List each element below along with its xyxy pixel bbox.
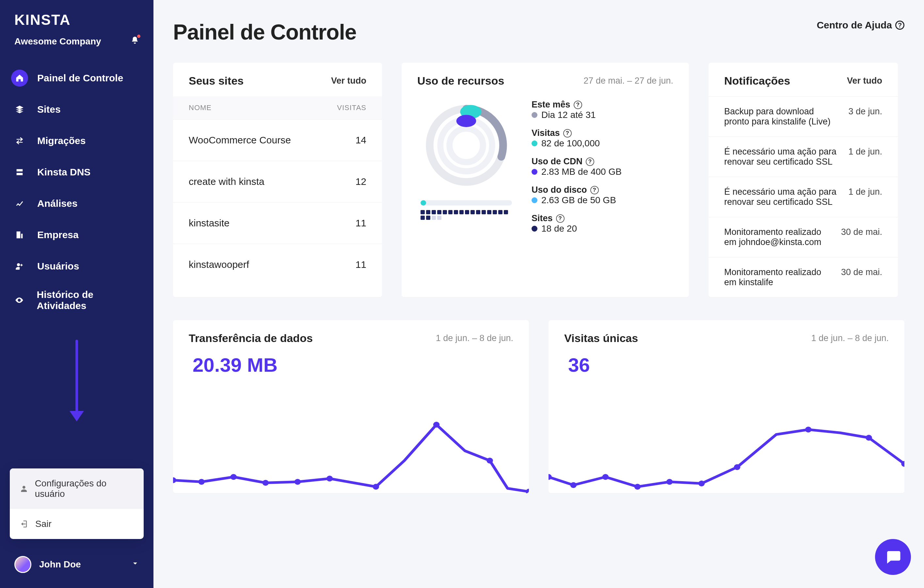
notification-date: 30 de mai. — [841, 227, 882, 247]
user-name: John Doe — [39, 559, 81, 570]
site-name: kinstawooperf — [173, 244, 317, 286]
help-link-label: Centro de Ajuda — [817, 20, 892, 31]
notification-date: 3 de jun. — [848, 106, 882, 127]
disk-bar — [421, 200, 512, 205]
notification-bell-icon[interactable] — [130, 36, 139, 47]
sidebar-item-dashboard[interactable]: Painel de Controle — [0, 63, 153, 94]
user-menu-logout[interactable]: Sair — [10, 509, 144, 539]
usage-card: Uso de recursos 27 de mai. – 27 de jun. — [402, 63, 689, 297]
sidebar-item-company[interactable]: Empresa — [0, 219, 153, 251]
site-dots — [421, 210, 512, 220]
sites-card-title: Seus sites — [189, 74, 244, 87]
user-menu-settings-label: Configurações do usuário — [35, 478, 134, 499]
notification-row[interactable]: Monitoramento realizado em kinstalife30 … — [708, 257, 898, 297]
notification-row[interactable]: É necessário uma ação para renovar seu c… — [708, 137, 898, 177]
notifications-card-title: Notificações — [724, 74, 790, 87]
svg-point-17 — [602, 474, 609, 480]
sites-value: 18 de 20 — [541, 223, 577, 234]
site-name: create with kinsta — [173, 161, 317, 203]
svg-point-21 — [734, 464, 741, 470]
table-row[interactable]: create with kinsta12 — [173, 161, 382, 203]
help-icon: ? — [895, 21, 904, 30]
sidebar-item-label: Histórico de Atividades — [37, 289, 142, 311]
home-icon — [11, 69, 28, 87]
cdn-value: 2.83 MB de 400 GB — [541, 167, 622, 177]
svg-point-18 — [634, 484, 641, 490]
visits-value: 82 de 100,000 — [541, 138, 600, 148]
help-icon[interactable]: ? — [556, 214, 564, 223]
notifications-card: Notificações Ver tudo Backup para downlo… — [708, 63, 898, 297]
company-name: Awesome Company — [14, 36, 101, 47]
sites-col-visits: VISITAS — [317, 96, 382, 120]
usage-range: 27 de mai. – 27 de jun. — [584, 76, 673, 86]
notification-date: 30 de mai. — [841, 267, 882, 287]
svg-point-22 — [805, 427, 812, 433]
svg-point-5 — [173, 477, 176, 483]
sidebar-item-users[interactable]: Usuários — [0, 251, 153, 282]
sidebar-item-migrations[interactable]: Migrações — [0, 125, 153, 157]
chat-icon — [884, 548, 902, 566]
notification-text: Backup para download pronto para kinstal… — [724, 106, 839, 127]
svg-point-10 — [327, 476, 333, 482]
table-row[interactable]: kinstasite11 — [173, 203, 382, 244]
help-link[interactable]: Centro de Ajuda ? — [817, 20, 904, 31]
svg-point-23 — [866, 435, 872, 441]
logout-icon — [20, 519, 29, 529]
sites-col-name: NOME — [173, 96, 317, 120]
user-menu-settings[interactable]: Configurações do usuário — [10, 468, 144, 509]
help-icon[interactable]: ? — [590, 186, 599, 194]
notification-text: Monitoramento realizado em kinstalife — [724, 267, 832, 287]
notification-date: 1 de jun. — [848, 147, 882, 167]
help-icon[interactable]: ? — [574, 101, 582, 109]
stack-icon — [11, 101, 28, 118]
sites-label: Sites ? — [531, 213, 622, 223]
sites-view-all-link[interactable]: Ver tudo — [331, 76, 366, 86]
site-name: kinstasite — [173, 203, 317, 244]
sidebar-item-dns[interactable]: Kinsta DNS — [0, 157, 153, 188]
svg-point-19 — [667, 479, 673, 485]
notification-dot — [137, 35, 140, 38]
notification-date: 1 de jun. — [848, 187, 882, 207]
user-row[interactable]: John Doe — [0, 546, 153, 588]
svg-point-4 — [457, 115, 476, 127]
sidebar-item-label: Análises — [37, 198, 78, 209]
site-visits: 11 — [317, 203, 382, 244]
sidebar-item-label: Sites — [37, 104, 61, 115]
svg-point-9 — [294, 479, 301, 485]
main-nav: Painel de Controle Sites Migrações Kinst… — [0, 55, 153, 319]
notification-row[interactable]: Backup para download pronto para kinstal… — [708, 96, 898, 137]
sidebar-item-sites[interactable]: Sites — [0, 94, 153, 125]
help-icon[interactable]: ? — [586, 157, 594, 166]
sidebar-item-activity[interactable]: Histórico de Atividades — [0, 282, 153, 319]
notification-row[interactable]: Monitoramento realizado em johndoe@kinst… — [708, 217, 898, 257]
svg-point-14 — [526, 489, 529, 493]
svg-point-6 — [198, 479, 205, 485]
notifications-view-all-link[interactable]: Ver tudo — [847, 76, 882, 86]
sidebar-item-analytics[interactable]: Análises — [0, 188, 153, 219]
cdn-label: Uso de CDN ? — [531, 157, 622, 167]
svg-point-16 — [570, 482, 577, 488]
company-row: Awesome Company — [0, 36, 153, 55]
chat-bubble-button[interactable] — [875, 539, 911, 575]
transfer-card: Transferência de dados 1 de jun. – 8 de … — [173, 320, 529, 493]
site-name: WooCommerce Course — [173, 120, 317, 161]
transfer-value: 20.39 MB — [173, 354, 529, 376]
transfer-card-title: Transferência de dados — [189, 332, 313, 345]
sites-table: NOME VISITAS WooCommerce Course14create … — [173, 96, 382, 285]
svg-point-7 — [230, 474, 237, 480]
usage-donut — [417, 100, 515, 220]
notification-row[interactable]: É necessário uma ação para renovar seu c… — [708, 177, 898, 217]
month-label: Este mês ? — [531, 100, 622, 110]
table-row[interactable]: WooCommerce Course14 — [173, 120, 382, 161]
visits-range: 1 de jun. – 8 de jun. — [811, 333, 889, 344]
svg-point-13 — [487, 458, 493, 464]
avatar — [14, 556, 31, 573]
sidebar-item-label: Migrações — [37, 135, 86, 146]
visits-label: Visitas ? — [531, 128, 622, 138]
sidebar: KINSTA Awesome Company Painel de Control… — [0, 0, 153, 588]
table-row[interactable]: kinstawooperf11 — [173, 244, 382, 286]
svg-point-12 — [433, 422, 440, 428]
svg-point-2 — [450, 129, 483, 162]
help-icon[interactable]: ? — [563, 129, 572, 137]
transfer-chart — [173, 411, 529, 493]
